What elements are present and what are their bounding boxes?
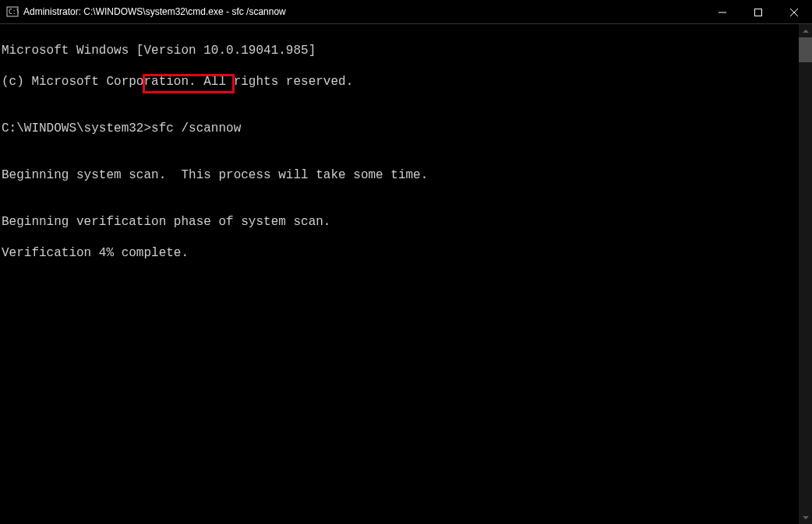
terminal-area[interactable]: Microsoft Windows [Version 10.0.19041.98… [0, 24, 812, 524]
maximize-button[interactable] [740, 0, 776, 24]
output-line: (c) Microsoft Corporation. All rights re… [2, 74, 797, 90]
titlebar[interactable]: C:\ Administrator: C:\WINDOWS\system32\c… [0, 0, 812, 24]
vertical-scrollbar[interactable] [799, 24, 812, 524]
prompt-line: C:\WINDOWS\system32>sfc /scannow [2, 121, 797, 136]
svg-marker-7 [803, 516, 809, 519]
close-button[interactable] [776, 0, 812, 24]
output-line: Beginning verification phase of system s… [2, 214, 797, 230]
prompt-path: C:\WINDOWS\system32> [2, 121, 151, 135]
command-text: sfc /scannow [151, 121, 241, 135]
scroll-thumb[interactable] [799, 37, 812, 62]
scroll-up-arrow-icon[interactable] [799, 24, 812, 37]
window-title: Administrator: C:\WINDOWS\system32\cmd.e… [23, 6, 704, 17]
svg-text:C:\: C:\ [9, 9, 19, 16]
output-line: Microsoft Windows [Version 10.0.19041.98… [2, 43, 797, 58]
output-line: Verification 4% complete. [2, 245, 797, 261]
terminal-output: Microsoft Windows [Version 10.0.19041.98… [0, 24, 799, 524]
svg-marker-6 [803, 30, 809, 33]
output-line: Beginning system scan. This process will… [2, 167, 797, 183]
svg-rect-3 [755, 9, 762, 16]
minimize-button[interactable] [704, 0, 740, 24]
cmd-icon: C:\ [6, 5, 19, 18]
scroll-down-arrow-icon[interactable] [799, 511, 812, 524]
window-controls [704, 0, 812, 23]
